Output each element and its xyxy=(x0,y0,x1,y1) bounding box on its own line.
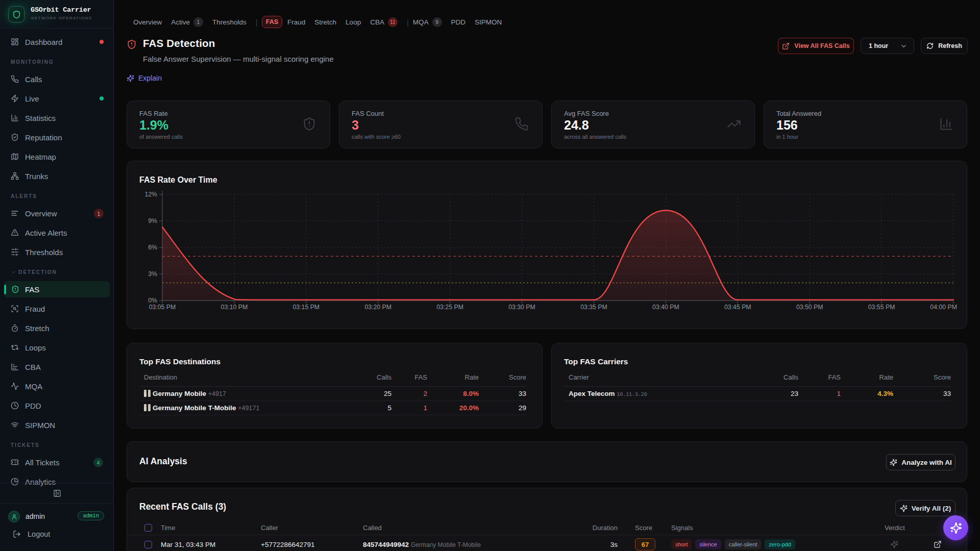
svg-text:03:30 PM: 03:30 PM xyxy=(508,304,535,311)
svg-text:03:05 PM: 03:05 PM xyxy=(149,304,176,311)
svg-text:3%: 3% xyxy=(148,270,157,278)
svg-text:03:15 PM: 03:15 PM xyxy=(292,304,320,311)
svg-text:03:55 PM: 03:55 PM xyxy=(868,304,895,311)
svg-text:03:50 PM: 03:50 PM xyxy=(796,304,823,311)
svg-text:03:10 PM: 03:10 PM xyxy=(221,304,248,311)
svg-text:03:20 PM: 03:20 PM xyxy=(364,304,391,311)
svg-text:03:45 PM: 03:45 PM xyxy=(724,304,751,311)
svg-text:9%: 9% xyxy=(148,217,157,224)
svg-text:03:25 PM: 03:25 PM xyxy=(436,304,463,311)
svg-text:6%: 6% xyxy=(148,244,157,251)
svg-text:03:40 PM: 03:40 PM xyxy=(652,304,679,311)
svg-text:03:35 PM: 03:35 PM xyxy=(580,304,607,311)
svg-text:04:00 PM: 04:00 PM xyxy=(930,304,957,311)
svg-text:12%: 12% xyxy=(144,191,157,198)
